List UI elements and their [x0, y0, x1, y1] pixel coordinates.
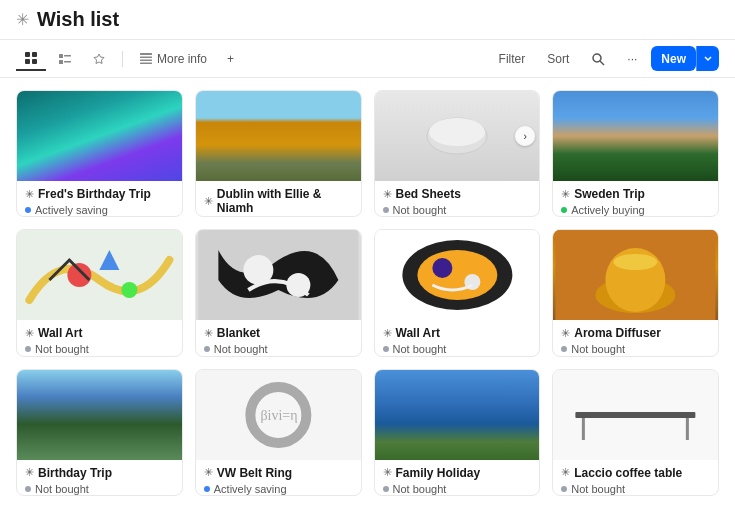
add-button[interactable]: +	[219, 48, 242, 70]
search-button[interactable]	[583, 48, 613, 70]
card-snowflake-icon: ✳	[204, 195, 213, 208]
card-item[interactable]: ✳Laccio coffee tableNot bought	[552, 369, 719, 496]
card-body: ✳Wall ArtNot bought£70.00123Homeware	[375, 320, 540, 356]
ellipsis-icon: ···	[627, 52, 637, 66]
card-item[interactable]: ✳Aroma DiffuserNot bought£89.95123Homewa…	[552, 229, 719, 356]
card-status-label: Actively saving	[35, 204, 108, 216]
card-image	[17, 370, 182, 460]
svg-rect-2	[25, 59, 30, 64]
card-body: ✳Birthday TripNot bought	[17, 460, 182, 496]
card-status-label: Not bought	[214, 343, 268, 355]
card-status-label: Not bought	[35, 343, 89, 355]
svg-rect-8	[140, 53, 152, 55]
card-title-row: ✳Wall Art	[25, 326, 174, 340]
table-icon	[139, 52, 153, 66]
page-header: ✳ Wish list	[0, 0, 735, 40]
card-status-row: Not bought	[383, 204, 532, 216]
card-title: Laccio coffee table	[574, 466, 682, 480]
page-title: Wish list	[37, 8, 119, 31]
status-dot	[561, 207, 567, 213]
card-status-label: Not bought	[393, 343, 447, 355]
card-item[interactable]: ✳Birthday TripNot bought	[16, 369, 183, 496]
svg-rect-7	[64, 61, 71, 63]
card-title: Birthday Trip	[38, 466, 112, 480]
card-body: ✳Sweden TripActively buying£300.00123Tri…	[553, 181, 718, 217]
card-item[interactable]: ›✳Bed SheetsNot bought£250.00123Homeware	[374, 90, 541, 217]
svg-point-12	[593, 54, 601, 62]
svg-point-26	[432, 258, 452, 278]
card-image	[553, 91, 718, 181]
svg-rect-36	[576, 412, 696, 418]
card-title: VW Belt Ring	[217, 466, 292, 480]
card-title: Aroma Diffuser	[574, 326, 661, 340]
more-info-label: More info	[157, 52, 207, 66]
card-snowflake-icon: ✳	[561, 466, 570, 479]
card-item[interactable]: ✳BlanketNot bought£79.00122Homeware	[195, 229, 362, 356]
more-options-button[interactable]: ···	[619, 48, 645, 70]
card-status-row: Not bought	[561, 483, 710, 495]
status-dot	[25, 346, 31, 352]
svg-point-19	[121, 282, 137, 298]
list-view-button[interactable]	[50, 48, 80, 70]
card-body: ✳Dublin with Ellie & NiamhActively savin…	[196, 181, 361, 217]
new-dropdown-button[interactable]	[696, 46, 719, 71]
card-status-label: Not bought	[393, 483, 447, 495]
card-title-row: ✳Family Holiday	[383, 466, 532, 480]
star-button[interactable]	[84, 48, 114, 70]
add-icon: +	[227, 52, 234, 66]
svg-point-15	[429, 118, 485, 146]
card-status-label: Actively saving	[214, 483, 287, 495]
card-body: ✳VW Belt RingActively saving	[196, 460, 361, 496]
card-title: Sweden Trip	[574, 187, 645, 201]
card-status-label: Not bought	[571, 343, 625, 355]
card-image	[196, 91, 361, 181]
card-title-row: ✳Dublin with Ellie & Niamh	[204, 187, 353, 215]
card-status-label: Actively buying	[571, 204, 644, 216]
status-dot	[383, 346, 389, 352]
grid-view-button[interactable]	[16, 47, 46, 71]
card-title: Dublin with Ellie & Niamh	[217, 187, 353, 215]
card-title: Bed Sheets	[396, 187, 461, 201]
svg-rect-5	[64, 55, 71, 57]
card-status-row: Not bought	[383, 343, 532, 355]
status-dot	[383, 207, 389, 213]
more-info-button[interactable]: More info	[131, 48, 215, 70]
filter-button[interactable]: Filter	[491, 48, 534, 70]
card-status-row: Actively buying	[561, 204, 710, 216]
card-item[interactable]: ✳Fred's Birthday TripActively saving£300…	[16, 90, 183, 217]
carousel-next[interactable]: ›	[515, 126, 535, 146]
card-snowflake-icon: ✳	[204, 327, 213, 340]
card-item[interactable]: ✳Dublin with Ellie & NiamhActively savin…	[195, 90, 362, 217]
card-image	[375, 370, 540, 460]
card-title-row: ✳Birthday Trip	[25, 466, 174, 480]
card-body: ✳Family HolidayNot bought	[375, 460, 540, 496]
svg-rect-9	[140, 56, 152, 58]
card-title: Blanket	[217, 326, 260, 340]
card-snowflake-icon: ✳	[383, 466, 392, 479]
status-dot	[204, 346, 210, 352]
card-item[interactable]: βivi=η✳VW Belt RingActively saving	[195, 369, 362, 496]
card-title-row: ✳Aroma Diffuser	[561, 326, 710, 340]
new-button[interactable]: New	[651, 46, 696, 71]
star-icon	[92, 52, 106, 66]
card-item[interactable]: ✳Wall ArtNot bought£70.00123Homeware	[16, 229, 183, 356]
status-dot	[25, 486, 31, 492]
status-dot	[383, 486, 389, 492]
new-button-group: New	[651, 46, 719, 71]
card-snowflake-icon: ✳	[204, 466, 213, 479]
card-item[interactable]: ✳Sweden TripActively buying£300.00123Tri…	[552, 90, 719, 217]
svg-rect-4	[59, 54, 63, 58]
card-image	[553, 230, 718, 320]
svg-point-25	[417, 250, 497, 300]
card-status-row: Not bought	[561, 343, 710, 355]
card-title: Wall Art	[38, 326, 82, 340]
card-snowflake-icon: ✳	[25, 188, 34, 201]
chevron-down-icon	[703, 53, 713, 63]
card-image: ›	[375, 91, 540, 181]
sort-button[interactable]: Sort	[539, 48, 577, 70]
toolbar-separator	[122, 51, 123, 67]
card-item[interactable]: ✳Family HolidayNot bought	[374, 369, 541, 496]
svg-rect-1	[32, 52, 37, 57]
svg-rect-0	[25, 52, 30, 57]
card-item[interactable]: ✳Wall ArtNot bought£70.00123Homeware	[374, 229, 541, 356]
